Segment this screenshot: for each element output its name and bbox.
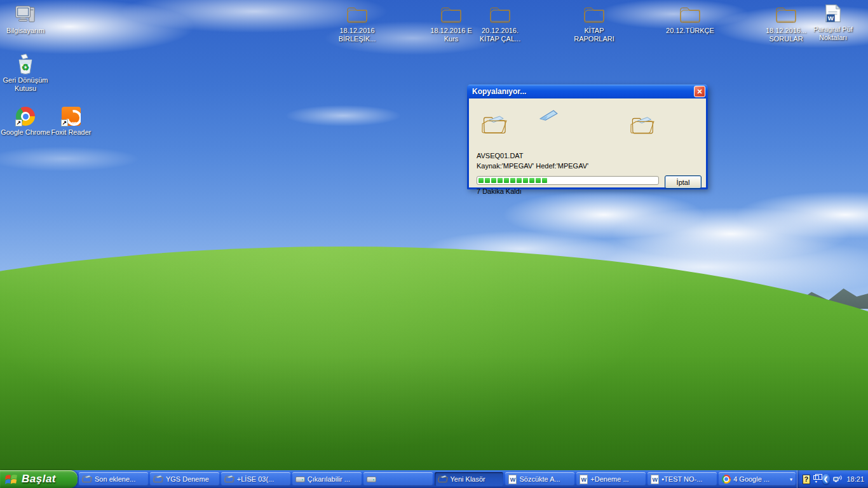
taskbar-button-label: 4 Google ... (733, 475, 770, 483)
progress-block (485, 178, 490, 183)
taskbar-button-label: Çıkarılabilir ... (308, 475, 350, 483)
hidden-items-arrow-icon: ▾ (815, 480, 817, 483)
taskbar-button-label: +Deneme ... (590, 475, 628, 483)
folder-icon (679, 4, 701, 25)
word-document-icon (822, 3, 844, 24)
desktop-icon-label: Google Chrome (1, 128, 50, 137)
drive-icon (295, 477, 305, 482)
taskbar-button-google-group[interactable]: 4 Google ... ▾ (719, 472, 796, 486)
drive-icon (367, 477, 376, 482)
desktop-icon-label: 18.12.2016 E Kurs (426, 27, 477, 43)
shortcut-arrow-icon: ↗ (15, 119, 22, 126)
question-mark-icon: ? (804, 476, 808, 483)
desktop-icon-label: Bilgisayarım (6, 27, 44, 35)
system-tray: ? ▾ ❮ 18:21 (797, 470, 868, 488)
progress-block (491, 178, 496, 183)
network-icon[interactable] (833, 474, 843, 484)
copy-animation (478, 107, 697, 138)
desktop-icon-label: 20.12.2016. KİTAP ÇAL... (475, 27, 526, 43)
folder-icon (438, 475, 448, 484)
tray-help-icon[interactable]: ? (803, 475, 810, 484)
wallpaper-hill-shadow (0, 356, 868, 470)
taskbar-button-drive[interactable] (363, 472, 433, 486)
taskbar-button-yeni-klasor[interactable]: Yeni Klasör (435, 472, 504, 486)
taskbar-button-label: Yeni Klasör (451, 475, 485, 483)
folder-icon (346, 4, 368, 25)
taskbar-button-son-eklene[interactable]: Son eklene... (79, 472, 148, 486)
progress-block (542, 178, 547, 183)
taskbar-button-label: Son eklene... (95, 475, 135, 483)
foxit-reader-icon: PDF ↗ (60, 105, 82, 127)
taskbar: Başlat Son eklene... YGS Deneme +LİSE 03… (0, 470, 868, 488)
copy-dialog-titlebar[interactable]: Kopyalanıyor... ✕ (467, 85, 708, 98)
folder-icon (82, 475, 92, 484)
dialog-title: Kopyalanıyor... (472, 87, 694, 96)
progress-block (523, 178, 528, 183)
tray-collapse-button[interactable]: ❮ (822, 474, 830, 484)
desktop-icon-label: Paragraf Püf Noktaları (808, 25, 858, 42)
folder-icon (153, 475, 163, 484)
desktop-icon-my-computer[interactable]: Bilgisayarım (0, 4, 51, 35)
taskbar-button-label: Sözcükte A... (519, 475, 560, 483)
shortcut-arrow-icon: ↗ (61, 119, 68, 126)
desktop-icon-foxit-reader[interactable]: PDF ↗ Foxit Reader (46, 105, 97, 137)
my-computer-icon (15, 4, 36, 25)
taskbar-button-sozcukte[interactable]: W Sözcükte A... (505, 472, 574, 486)
taskbar-button-deneme[interactable]: W +Deneme ... (576, 472, 646, 486)
close-button[interactable]: ✕ (694, 86, 705, 97)
progress-block (536, 178, 541, 183)
windows-flag-icon (5, 473, 18, 485)
copy-source-destination: Kaynak:'MPEGAV' Hedef:'MPEGAV' (477, 162, 588, 170)
desktop-icon-folder-1[interactable]: 18.12.2016 BİRLEŞİK... (332, 4, 383, 43)
desktop-icon-folder-2[interactable]: 18.12.2016 E Kurs (426, 4, 477, 43)
progress-block (529, 178, 534, 183)
taskbar-button-label: +LİSE 03(... (237, 475, 274, 483)
taskbar-button-test-no[interactable]: W •TEST NO-... (648, 472, 717, 486)
desktop-icon-label: 20.12.TÜRKÇE (666, 27, 714, 35)
progress-block (510, 178, 515, 183)
start-button[interactable]: Başlat (0, 470, 78, 488)
desktop-icon-folder-5[interactable]: 20.12.TÜRKÇE (665, 4, 715, 35)
word-document-icon: W (508, 475, 517, 484)
copy-file-name: AVSEQ01.DAT (477, 152, 524, 159)
cascade-windows-icon (813, 475, 819, 480)
folder-icon (583, 4, 605, 25)
taskbar-button-label: YGS Deneme (166, 475, 209, 483)
cancel-button[interactable]: İptal (665, 175, 702, 189)
destination-folder-icon (630, 115, 654, 135)
chrome-icon (722, 475, 731, 484)
desktop-icon-recycle-bin[interactable]: Geri Dönüşüm Kutusu (0, 53, 51, 93)
desktop-icon-label: Geri Dönüşüm Kutusu (0, 76, 51, 93)
chevron-left-icon: ❮ (824, 476, 829, 482)
desktop: Bilgisayarım Geri Dönüşüm Kutusu ↗ Googl… (0, 0, 868, 488)
word-document-icon: W (651, 475, 659, 484)
time-remaining: 7 Dakika Kaldı (477, 187, 522, 195)
desktop-icon-label: KİTAP RAPORLARI (569, 27, 620, 43)
progress-block (504, 178, 509, 183)
taskbar-button-lise-03[interactable]: +LİSE 03(... (221, 472, 290, 486)
progress-block (498, 178, 503, 183)
taskbar-button-label: •TEST NO-... (661, 475, 702, 483)
tray-clock[interactable]: 18:21 (846, 475, 864, 483)
desktop-icon-label: 18.12.2016... SORULAR (761, 27, 811, 43)
progress-block (517, 178, 522, 183)
folder-icon (224, 475, 234, 484)
recycle-bin-icon (15, 53, 36, 75)
desktop-icon-folder-6[interactable]: 18.12.2016... SORULAR (761, 4, 811, 43)
progress-bar (477, 176, 659, 185)
taskbar-button-ygs-deneme[interactable]: YGS Deneme (150, 472, 219, 486)
start-button-label: Başlat (22, 473, 56, 485)
source-folder-icon (482, 114, 507, 135)
progress-block (478, 178, 484, 183)
desktop-icon-label: 18.12.2016 BİRLEŞİK... (332, 27, 383, 43)
folder-icon (489, 4, 511, 25)
copy-dialog: Kopyalanıyor... ✕ AVSEQ01.DAT Kaynak:'MP… (467, 85, 708, 189)
desktop-icon-folder-3[interactable]: 20.12.2016. KİTAP ÇAL... (475, 4, 526, 43)
taskbar-buttons: Son eklene... YGS Deneme +LİSE 03(... Çı… (79, 470, 796, 488)
desktop-icon-folder-4[interactable]: KİTAP RAPORLARI (569, 4, 620, 43)
desktop-icon-word-document[interactable]: Paragraf Püf Noktaları (808, 3, 858, 42)
desktop-icon-google-chrome[interactable]: ↗ Google Chrome (0, 105, 51, 137)
copy-dialog-body: AVSEQ01.DAT Kaynak:'MPEGAV' Hedef:'MPEGA… (469, 98, 706, 187)
taskbar-button-cikarilabilir[interactable]: Çıkarılabilir ... (292, 472, 362, 486)
tray-windows-icon[interactable]: ▾ (813, 475, 819, 483)
